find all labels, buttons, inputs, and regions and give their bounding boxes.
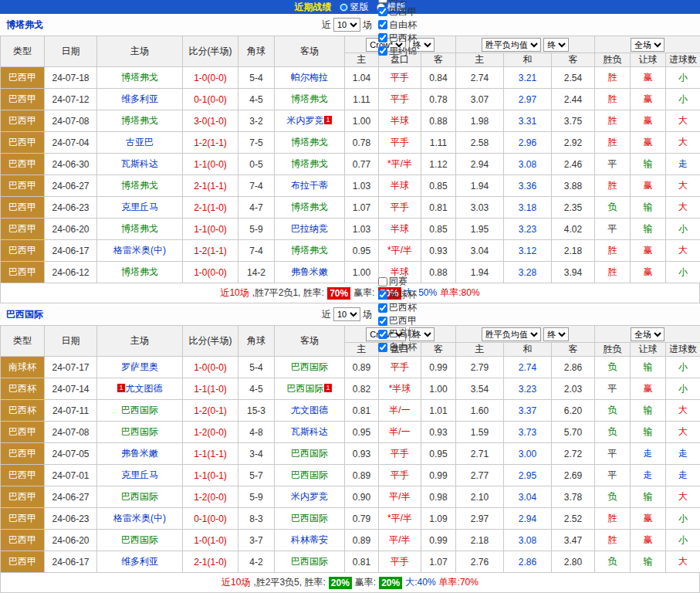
- away-team-link[interactable]: 尤文图德: [291, 405, 328, 415]
- away-team-link[interactable]: 巴西国际: [291, 448, 328, 459]
- checkbox-input[interactable]: [378, 303, 387, 313]
- filter-checkbox[interactable]: 巴西甲: [374, 314, 417, 327]
- home-team-link[interactable]: 维多利亚: [121, 556, 158, 567]
- away-team-cell: 巴西国际: [275, 508, 345, 530]
- home-team-link[interactable]: 巴西国际: [121, 534, 158, 545]
- asia-home-odds: 0.81: [345, 551, 379, 573]
- checkbox-input[interactable]: [378, 330, 387, 339]
- home-team-link[interactable]: 罗萨里奥: [121, 361, 158, 372]
- europe-draw-odds: 3.04: [504, 486, 552, 508]
- filter-checkbox[interactable]: 自由杯: [374, 19, 417, 32]
- asia-home-odds: 0.93: [345, 443, 379, 465]
- team-name-link[interactable]: 博塔弗戈: [6, 19, 43, 32]
- home-team-link[interactable]: 格雷米奥(中): [113, 245, 166, 256]
- filter-checkbox[interactable]: 巴西杯: [374, 32, 417, 45]
- europe-draw-odds: 3.73: [504, 422, 552, 443]
- away-team-link[interactable]: 博塔弗戈: [291, 93, 328, 104]
- home-team-link[interactable]: 博塔弗戈: [121, 115, 158, 126]
- asia-home-odds: 1.07: [345, 197, 379, 219]
- home-team-link[interactable]: 巴西国际: [121, 491, 158, 502]
- away-team-link[interactable]: 米内罗竞: [291, 491, 328, 502]
- away-team-link[interactable]: 布拉干蒂: [291, 180, 328, 191]
- filter-checkbox[interactable]: 巴高联: [374, 327, 417, 341]
- asia-home-odds: 0.90: [345, 486, 379, 508]
- home-team-link[interactable]: 博塔弗戈: [121, 266, 158, 277]
- away-team-link[interactable]: 科林蒂安: [291, 534, 328, 545]
- col-corner: 角球: [238, 326, 275, 357]
- scope-select[interactable]: 全场: [631, 327, 664, 341]
- games-count-select[interactable]: 10: [333, 18, 360, 32]
- europe-odds-select[interactable]: 胜平负均值: [482, 38, 541, 52]
- asia-home-odds: 0.81: [345, 400, 379, 422]
- home-team-link[interactable]: 维多利亚: [121, 93, 158, 104]
- games-count-select[interactable]: 10: [333, 307, 360, 321]
- home-team-link[interactable]: 瓦斯科达: [121, 158, 158, 169]
- checkbox-input[interactable]: [378, 277, 387, 286]
- away-team-link[interactable]: 巴西国际: [291, 469, 328, 480]
- away-team-link[interactable]: 博塔弗戈: [291, 202, 328, 212]
- home-team-link[interactable]: 博塔弗戈: [121, 223, 158, 234]
- europe-away-odds: 5.70: [552, 422, 595, 443]
- filter-checkbox[interactable]: 巴西甲: [374, 5, 417, 19]
- team-name-link[interactable]: 巴西国际: [6, 308, 43, 321]
- checkbox-input[interactable]: [378, 33, 387, 42]
- checkbox-input[interactable]: [378, 0, 387, 3]
- handicap-result-cell: 赢: [631, 89, 666, 110]
- col-let: 让球: [631, 343, 666, 357]
- away-team-link[interactable]: 瓦斯科达: [291, 426, 328, 437]
- filter-checkbox[interactable]: 南球杯: [374, 288, 417, 301]
- home-team-link[interactable]: 克里丘马: [121, 469, 158, 480]
- home-team-link[interactable]: 弗鲁米嫩: [121, 448, 158, 459]
- europe-odds-select[interactable]: 胜平负均值: [482, 327, 541, 341]
- match-row: 巴西甲24-06-23克里丘马2-1(1-0)4-7博塔弗戈1.07平手0.81…: [1, 197, 700, 219]
- filter-checkbox[interactable]: 巴西杯: [374, 301, 417, 314]
- filter-checkbox[interactable]: 里约锦: [374, 45, 417, 58]
- home-team-link[interactable]: 尤文图德: [126, 383, 163, 394]
- checkbox-input[interactable]: [378, 290, 387, 300]
- handicap: 半/一: [379, 400, 421, 422]
- checkbox-input[interactable]: [378, 20, 387, 29]
- away-team-link[interactable]: 博塔弗戈: [291, 245, 328, 256]
- home-team-link[interactable]: 古亚巴: [126, 137, 154, 147]
- league-type: 巴西甲: [1, 175, 45, 197]
- checkbox-input[interactable]: [378, 46, 387, 56]
- europe-away-odds: 2.54: [552, 67, 595, 89]
- checkbox-input[interactable]: [378, 7, 387, 16]
- away-team-link[interactable]: 巴西国际: [286, 383, 323, 394]
- europe-final-select[interactable]: 终: [543, 327, 569, 341]
- home-team-link[interactable]: 克里丘马: [121, 202, 158, 212]
- home-team-link[interactable]: 博塔弗戈: [121, 180, 158, 191]
- home-team-link[interactable]: 博塔弗戈: [121, 72, 158, 83]
- home-team-cell: 博塔弗戈: [97, 262, 183, 283]
- away-team-cell: 瓦斯科达: [275, 422, 345, 443]
- home-team-link[interactable]: 巴西国际: [121, 405, 158, 415]
- corner-score: 3-4: [238, 443, 275, 465]
- corner-score: 8-3: [238, 508, 275, 530]
- checkbox-input[interactable]: [378, 317, 387, 326]
- away-team-link[interactable]: 博塔弗戈: [291, 137, 328, 147]
- handicap: 平手: [379, 551, 421, 573]
- league-type: 巴西杯: [1, 400, 45, 422]
- home-team-link[interactable]: 巴西国际: [121, 426, 158, 437]
- away-team-link[interactable]: 博塔弗戈: [291, 158, 328, 169]
- handicap-result-cell: 赢: [631, 530, 666, 551]
- scope-select[interactable]: 全场: [631, 38, 664, 52]
- europe-away-odds: 2.52: [552, 508, 595, 530]
- away-team-link[interactable]: 帕尔梅拉: [291, 72, 328, 83]
- away-team-link[interactable]: 巴西国际: [291, 361, 328, 372]
- checkbox-input[interactable]: [378, 343, 387, 352]
- away-team-link[interactable]: 米内罗竞: [286, 115, 323, 126]
- corner-score: 14-2: [238, 262, 275, 283]
- away-team-link[interactable]: 巴西国际: [291, 556, 328, 567]
- europe-final-select[interactable]: 终: [543, 38, 569, 52]
- filter-checkbox[interactable]: 自由杯: [374, 341, 417, 354]
- home-team-link[interactable]: 格雷米奥(中): [113, 513, 166, 524]
- handicap: 半/一: [379, 422, 421, 443]
- away-team-link[interactable]: 巴西国际: [291, 513, 328, 524]
- filter-checkbox[interactable]: 同赛: [374, 275, 417, 288]
- footer-near: 近10场: [221, 576, 250, 589]
- europe-draw-odds: 3.21: [504, 67, 552, 89]
- league-type: 巴西甲: [1, 551, 45, 573]
- match-date: 24-07-05: [45, 443, 97, 465]
- away-team-link[interactable]: 巴拉纳竞: [291, 223, 328, 234]
